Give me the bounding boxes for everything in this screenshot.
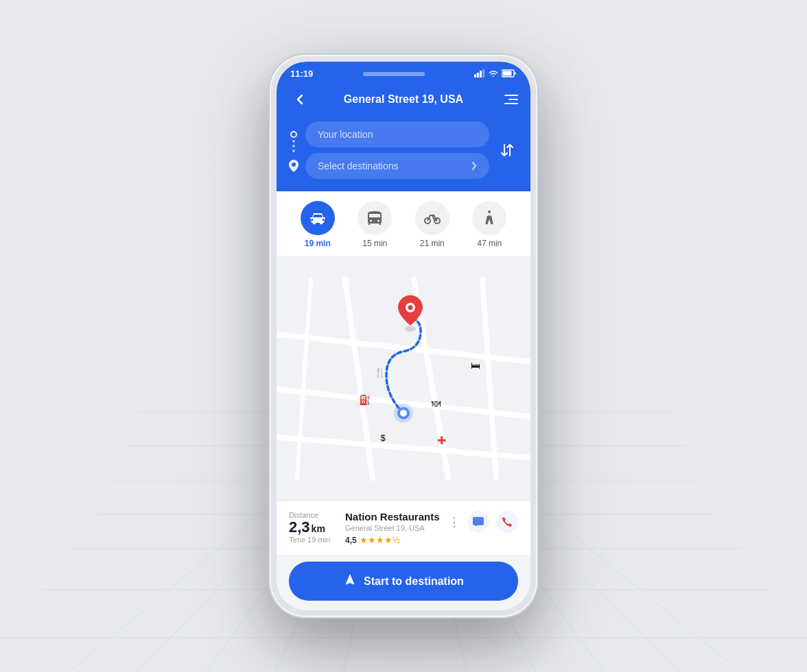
menu-button[interactable] [496, 88, 518, 110]
destination-pin [289, 160, 299, 175]
signal-icon [474, 69, 485, 79]
location-input[interactable]: Your location [305, 121, 489, 147]
menu-line-2 [508, 99, 518, 100]
phone-outer: 11:19 Gen [270, 55, 537, 617]
chat-button[interactable] [467, 511, 489, 533]
svg-point-49 [405, 326, 416, 332]
wifi-icon [488, 69, 499, 79]
search-area: Your location Select destinations [277, 121, 530, 191]
bus-icon-bg [358, 201, 392, 235]
origin-dot [290, 131, 297, 138]
svg-point-48 [408, 305, 413, 310]
distance-block: Distance 2,3 km Time 19 min [289, 511, 337, 544]
place-rating: 4,5 ★★★★½ [345, 535, 440, 545]
transport-bike[interactable]: 21 min [415, 201, 449, 248]
phone-mockup: 11:19 Gen [270, 55, 537, 617]
svg-point-29 [488, 211, 491, 213]
trip-info: Distance 2,3 km Time 19 min Nation Resta… [289, 511, 518, 545]
svg-rect-19 [477, 73, 479, 77]
bike-time: 21 min [420, 239, 445, 248]
svg-rect-21 [482, 69, 484, 77]
header-title: General Street 19, USA [344, 93, 463, 106]
svg-rect-20 [480, 71, 482, 77]
start-navigation-button[interactable]: Start to destination [289, 562, 518, 601]
transport-walk[interactable]: 47 min [472, 201, 506, 248]
destination-input[interactable]: Select destinations [305, 153, 489, 179]
status-bar: 11:19 [277, 62, 530, 83]
route-icons [289, 121, 299, 179]
search-fields: Your location Select destinations [305, 121, 489, 179]
phone-screen: 11:19 Gen [277, 62, 530, 610]
menu-line-3 [504, 103, 518, 104]
place-info: Nation Restaurants General Street 19, US… [345, 511, 440, 545]
transport-bus[interactable]: 15 min [358, 201, 392, 248]
svg-rect-24 [514, 72, 516, 75]
car-time: 19 min [305, 239, 331, 248]
app-header: General Street 19, USA [277, 83, 530, 121]
destination-card: Distance 2,3 km Time 19 min Nation Resta… [277, 501, 530, 555]
status-time: 11:19 [290, 69, 313, 79]
svg-text:🍴: 🍴 [374, 367, 386, 379]
rating-number: 4,5 [345, 536, 357, 545]
battery-icon [502, 69, 517, 79]
route-dot-2 [292, 145, 295, 147]
transport-bar: 19 min 15 min 21 min [277, 191, 530, 257]
distance-unit: km [312, 523, 325, 534]
destination-placeholder: Select destinations [318, 160, 399, 171]
status-icons [474, 69, 517, 79]
bus-time: 15 min [362, 239, 387, 248]
route-dot-1 [292, 140, 295, 143]
place-actions: ⋮ [448, 511, 518, 533]
star-icons: ★★★★½ [360, 535, 400, 545]
place-address: General Street 19, USA [345, 524, 440, 532]
distance-value: 2,3 [289, 519, 310, 536]
svg-text:🛏: 🛏 [471, 360, 480, 371]
location-placeholder: Your location [318, 129, 373, 140]
notch [363, 72, 425, 76]
car-icon-bg [301, 201, 335, 235]
svg-rect-23 [503, 71, 512, 75]
cta-label: Start to destination [364, 575, 464, 588]
place-name: Nation Restaurants [345, 511, 440, 523]
walk-icon-bg [472, 201, 506, 235]
transport-car[interactable]: 19 min [301, 201, 335, 248]
back-button[interactable] [289, 88, 311, 110]
svg-rect-18 [474, 74, 476, 77]
more-options[interactable]: ⋮ [448, 514, 460, 529]
svg-text:✚: ✚ [437, 435, 446, 446]
svg-text:⛽: ⛽ [359, 394, 371, 406]
route-dot-3 [292, 149, 295, 152]
svg-text:🍽: 🍽 [432, 398, 441, 409]
bike-icon-bg [415, 201, 449, 235]
svg-point-28 [432, 215, 434, 217]
call-button[interactable] [496, 511, 518, 533]
menu-line-1 [504, 95, 518, 96]
swap-button[interactable] [496, 139, 518, 161]
map-area[interactable]: 🍴 🛏 ⛽ 🍽 $ ✚ [277, 257, 530, 501]
walk-time: 47 min [477, 239, 502, 248]
navigation-icon [343, 573, 357, 590]
svg-text:$: $ [380, 433, 386, 443]
svg-point-25 [292, 163, 296, 167]
trip-time: Time 19 min [289, 536, 337, 544]
